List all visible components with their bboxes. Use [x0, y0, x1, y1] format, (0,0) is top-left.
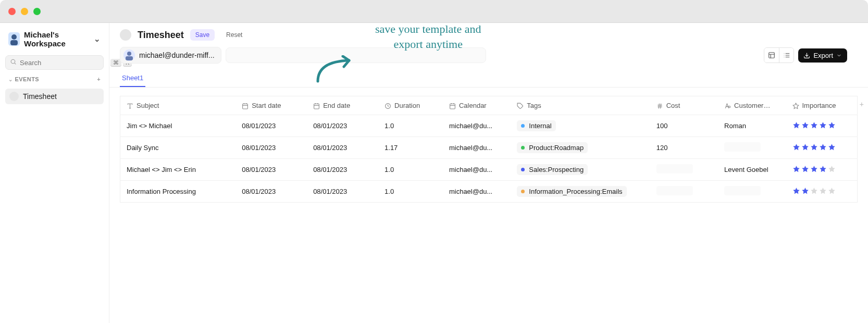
cell-start-date[interactable]: 08/01/2023: [235, 181, 307, 203]
reset-button[interactable]: Reset: [221, 29, 247, 41]
star-rating[interactable]: [792, 165, 836, 173]
window-close-button[interactable]: [8, 8, 16, 15]
star-icon[interactable]: [828, 121, 836, 129]
cell-importance[interactable]: [786, 137, 858, 159]
workspace-switcher[interactable]: Michael's Workspace ⌄: [5, 28, 104, 50]
add-event-button[interactable]: +: [97, 76, 101, 82]
search-box[interactable]: ⌘K: [5, 55, 104, 70]
mac-titlebar: [0, 0, 868, 23]
cell-end-date[interactable]: 08/01/2023: [307, 181, 378, 203]
table-row[interactable]: Daily Sync08/01/202308/01/20231.17michae…: [120, 137, 858, 159]
col-end-date[interactable]: End date: [307, 96, 378, 115]
col-importance[interactable]: Importance: [786, 96, 858, 115]
star-icon[interactable]: [819, 121, 827, 129]
cell-end-date[interactable]: 08/01/2023: [307, 159, 378, 181]
tag-pill[interactable]: Product:Roadmap: [517, 142, 588, 153]
star-icon[interactable]: [819, 143, 827, 151]
cell-start-date[interactable]: 08/01/2023: [235, 115, 307, 137]
sidebar-item-timesheet[interactable]: Timesheet: [5, 89, 104, 104]
cell-duration[interactable]: 1.0: [378, 159, 443, 181]
cell-customer[interactable]: Levent Goebel: [718, 159, 786, 181]
cell-customer[interactable]: [718, 137, 786, 159]
star-icon[interactable]: [828, 187, 836, 195]
cell-customer[interactable]: Roman: [718, 115, 786, 137]
star-icon[interactable]: [810, 165, 818, 173]
cell-calendar[interactable]: michael@du...: [443, 137, 511, 159]
star-icon[interactable]: [801, 165, 809, 173]
cell-customer[interactable]: [718, 181, 786, 203]
export-button[interactable]: Export: [798, 48, 847, 63]
star-icon[interactable]: [828, 165, 836, 173]
add-column-button[interactable]: +: [860, 100, 864, 108]
tab-sheet1[interactable]: Sheet1: [120, 71, 145, 87]
col-cost[interactable]: Cost: [650, 96, 718, 115]
chevron-down-icon: ⌄: [94, 34, 101, 44]
col-customer[interactable]: Customer…: [718, 96, 786, 115]
cell-cost[interactable]: [650, 181, 718, 203]
star-icon[interactable]: [792, 165, 800, 173]
tag-pill[interactable]: Internal: [517, 120, 555, 131]
filter-placeholder[interactable]: [226, 47, 486, 63]
col-calendar[interactable]: Calendar: [443, 96, 511, 115]
table-view-button[interactable]: [764, 48, 779, 63]
text-icon: [127, 103, 133, 109]
user-chip[interactable]: michael@dunder-miff...: [120, 47, 221, 64]
user-chip-label: michael@dunder-miff...: [139, 51, 215, 59]
cell-subject[interactable]: Jim <> Michael: [120, 115, 236, 137]
tag-pill[interactable]: Information_Processing:Emails: [517, 186, 626, 197]
cell-subject[interactable]: Daily Sync: [120, 137, 236, 159]
star-icon[interactable]: [792, 121, 800, 129]
table-row[interactable]: Jim <> Michael08/01/202308/01/20231.0mic…: [120, 115, 858, 137]
star-rating[interactable]: [792, 121, 836, 129]
cell-subject[interactable]: Information Processing: [120, 181, 236, 203]
cell-calendar[interactable]: michael@du...: [443, 159, 511, 181]
col-duration[interactable]: Duration: [378, 96, 443, 115]
cell-duration[interactable]: 1.0: [378, 115, 443, 137]
empty-cell: [656, 186, 693, 195]
window-zoom-button[interactable]: [33, 8, 41, 15]
star-icon[interactable]: [810, 143, 818, 151]
window-minimize-button[interactable]: [21, 8, 28, 15]
search-input[interactable]: [20, 59, 107, 67]
cell-cost[interactable]: 120: [650, 137, 718, 159]
star-icon[interactable]: [801, 121, 809, 129]
list-view-button[interactable]: [779, 48, 793, 63]
star-icon[interactable]: [792, 143, 800, 151]
save-button[interactable]: Save: [190, 29, 215, 41]
star-icon[interactable]: [801, 143, 809, 151]
cell-start-date[interactable]: 08/01/2023: [235, 159, 307, 181]
cell-importance[interactable]: [786, 115, 858, 137]
col-start-date[interactable]: Start date: [235, 96, 307, 115]
cell-tags[interactable]: Information_Processing:Emails: [511, 181, 650, 203]
star-icon[interactable]: [810, 121, 818, 129]
star-icon[interactable]: [810, 187, 818, 195]
col-tags[interactable]: Tags: [511, 96, 650, 115]
cell-duration[interactable]: 1.0: [378, 181, 443, 203]
cell-start-date[interactable]: 08/01/2023: [235, 137, 307, 159]
star-icon[interactable]: [819, 187, 827, 195]
star-icon[interactable]: [819, 165, 827, 173]
star-icon[interactable]: [801, 187, 809, 195]
star-rating[interactable]: [792, 187, 836, 195]
cell-duration[interactable]: 1.17: [378, 137, 443, 159]
cell-cost[interactable]: 100: [650, 115, 718, 137]
star-icon[interactable]: [792, 187, 800, 195]
cell-tags[interactable]: Sales:Prospecting: [511, 159, 650, 181]
cell-tags[interactable]: Product:Roadmap: [511, 137, 650, 159]
table-row[interactable]: Information Processing08/01/202308/01/20…: [120, 181, 858, 203]
cell-end-date[interactable]: 08/01/2023: [307, 115, 378, 137]
star-rating[interactable]: [792, 143, 836, 151]
star-icon[interactable]: [828, 143, 836, 151]
cell-calendar[interactable]: michael@du...: [443, 181, 511, 203]
cell-importance[interactable]: [786, 159, 858, 181]
cell-tags[interactable]: Internal: [511, 115, 650, 137]
table-row[interactable]: Michael <> Jim <> Erin08/01/202308/01/20…: [120, 159, 858, 181]
tag-icon: [517, 103, 524, 109]
cell-calendar[interactable]: michael@du...: [443, 115, 511, 137]
cell-subject[interactable]: Michael <> Jim <> Erin: [120, 159, 236, 181]
cell-cost[interactable]: [650, 159, 718, 181]
cell-end-date[interactable]: 08/01/2023: [307, 137, 378, 159]
tag-pill[interactable]: Sales:Prospecting: [517, 164, 588, 175]
cell-importance[interactable]: [786, 181, 858, 203]
col-subject[interactable]: Subject: [120, 96, 236, 115]
